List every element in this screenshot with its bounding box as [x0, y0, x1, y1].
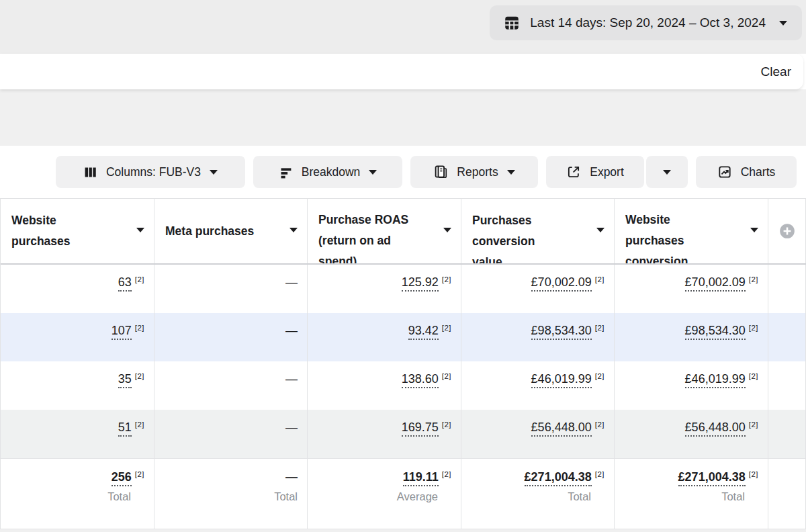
- filter-bar: Clear: [0, 54, 803, 89]
- chevron-down-icon: [750, 228, 758, 232]
- footnote-marker: [2]: [595, 420, 604, 429]
- charts-button-label: Charts: [741, 165, 776, 179]
- footnote-marker: [2]: [749, 324, 758, 332]
- toolbar: Columns: FUB-V3 Breakdown Reports: [0, 146, 806, 198]
- clear-button[interactable]: Clear: [761, 64, 791, 79]
- footnote-marker: [2]: [442, 420, 451, 429]
- plus-circle-icon: [778, 222, 796, 240]
- table-header-row: Website purchases Meta purchases Purchas…: [1, 199, 806, 265]
- charts-icon: [717, 165, 732, 179]
- footnote-marker: [2]: [749, 275, 758, 283]
- export-dropdown-button[interactable]: [646, 156, 688, 188]
- total-cell-purchase-roas: 119.11[2] Average: [308, 459, 461, 529]
- cell-empty: [768, 361, 806, 410]
- footnote-marker: [2]: [442, 275, 451, 283]
- footnote-marker: [2]: [595, 324, 604, 332]
- breakdown-button-label: Breakdown: [302, 165, 361, 179]
- breakdown-button[interactable]: Breakdown: [253, 156, 402, 188]
- totals-row: 256[2] Total — Total 119.11[2] Average £…: [1, 458, 806, 529]
- columns-icon: [83, 165, 97, 179]
- footnote-marker: [2]: [749, 372, 758, 380]
- cell-website-purchases-conversion-value[interactable]: £98,534.30[2]: [615, 313, 768, 361]
- chevron-down-icon: [779, 21, 787, 26]
- cell-purchase-roas[interactable]: 125.92[2]: [308, 265, 461, 313]
- total-label: Total: [620, 490, 745, 503]
- date-range-label: Last 14 days: Sep 20, 2024 – Oct 3, 2024: [530, 15, 766, 30]
- column-header-label: Website purchases: [11, 210, 107, 252]
- column-header-website-purchases-conversion-value[interactable]: Website purchases conversion value: [615, 199, 768, 263]
- footnote-marker: [2]: [442, 470, 451, 478]
- cell-website-purchases[interactable]: 35[2]: [1, 361, 154, 410]
- export-button-label: Export: [590, 165, 624, 179]
- total-label: Total: [160, 490, 298, 503]
- chevron-down-icon: [369, 170, 377, 175]
- export-icon: [566, 165, 581, 179]
- cell-purchases-conversion-value[interactable]: £46,019.99[2]: [461, 361, 615, 410]
- charts-button[interactable]: Charts: [696, 156, 797, 188]
- cell-website-purchases[interactable]: 51[2]: [1, 410, 154, 458]
- cell-website-purchases-conversion-value[interactable]: £56,448.00[2]: [615, 410, 768, 458]
- total-cell-website-purchases-conversion-value: £271,004.38[2] Total: [615, 459, 768, 529]
- table-footer: 256[2] Total — Total 119.11[2] Average £…: [1, 458, 806, 529]
- calendar-icon: [503, 14, 521, 32]
- footnote-marker: [2]: [135, 324, 144, 332]
- chevron-down-icon: [210, 170, 218, 175]
- footnote-marker: [2]: [595, 470, 604, 478]
- chevron-down-icon: [443, 228, 451, 232]
- chevron-down-icon: [663, 170, 671, 175]
- top-bar: Last 14 days: Sep 20, 2024 – Oct 3, 2024: [0, 0, 806, 54]
- column-header-meta-purchases[interactable]: Meta purchases: [154, 199, 308, 263]
- cell-meta-purchases: —: [154, 361, 308, 410]
- column-header-purchase-roas[interactable]: Purchase ROAS (return on ad spend): [308, 199, 461, 263]
- cell-empty: [768, 313, 806, 361]
- table-body: 63[2] — 125.92[2] £70,002.09[2] £70,002.…: [1, 265, 806, 458]
- chevron-down-icon: [596, 228, 604, 232]
- footnote-marker: [2]: [595, 275, 604, 283]
- footnote-marker: [2]: [135, 470, 144, 478]
- cell-purchase-roas[interactable]: 138.60[2]: [308, 361, 461, 410]
- total-cell-website-purchases: 256[2] Total: [1, 459, 154, 529]
- add-column-button[interactable]: [768, 199, 806, 263]
- column-header-label: Purchases conversion value: [472, 210, 568, 263]
- reports-icon: [433, 165, 448, 179]
- footnote-marker: [2]: [135, 420, 144, 429]
- chevron-down-icon: [136, 228, 144, 232]
- metrics-table: Website purchases Meta purchases Purchas…: [0, 198, 806, 529]
- column-header-purchases-conversion-value[interactable]: Purchases conversion value: [461, 199, 615, 263]
- column-header-label: Website purchases conversion value: [625, 210, 721, 263]
- cell-purchase-roas[interactable]: 93.42[2]: [308, 313, 461, 361]
- cell-website-purchases-conversion-value[interactable]: £70,002.09[2]: [615, 265, 768, 313]
- cell-website-purchases[interactable]: 107[2]: [1, 313, 154, 361]
- table-row: 107[2] — 93.42[2] £98,534.30[2] £98,534.…: [1, 313, 806, 361]
- average-label: Average: [313, 490, 438, 503]
- reports-button-label: Reports: [457, 165, 498, 179]
- footnote-marker: [2]: [442, 324, 451, 332]
- cell-purchases-conversion-value[interactable]: £70,002.09[2]: [461, 265, 615, 313]
- cell-purchases-conversion-value[interactable]: £56,448.00[2]: [461, 410, 615, 458]
- footnote-marker: [2]: [135, 275, 144, 283]
- cell-website-purchases-conversion-value[interactable]: £46,019.99[2]: [615, 361, 768, 410]
- cell-meta-purchases: —: [154, 410, 308, 458]
- footnote-marker: [2]: [442, 372, 451, 380]
- column-header-label: Purchase ROAS (return on ad spend): [318, 210, 414, 263]
- columns-button-label: Columns: FUB-V3: [106, 165, 201, 179]
- footnote-marker: [2]: [749, 470, 758, 478]
- cell-purchases-conversion-value[interactable]: £98,534.30[2]: [461, 313, 615, 361]
- table-row: 51[2] — 169.75[2] £56,448.00[2] £56,448.…: [1, 410, 806, 458]
- date-range-button[interactable]: Last 14 days: Sep 20, 2024 – Oct 3, 2024: [490, 5, 802, 40]
- columns-button[interactable]: Columns: FUB-V3: [56, 156, 245, 188]
- bottom-edge: [0, 529, 806, 532]
- cell-website-purchases[interactable]: 63[2]: [1, 265, 154, 313]
- export-button[interactable]: Export: [546, 156, 644, 188]
- cell-empty: [768, 265, 806, 313]
- column-header-label: Meta purchases: [165, 221, 261, 242]
- cell-purchase-roas[interactable]: 169.75[2]: [308, 410, 461, 458]
- footnote-marker: [2]: [595, 372, 604, 380]
- spacer-region: [0, 89, 806, 146]
- column-header-website-purchases[interactable]: Website purchases: [1, 199, 154, 263]
- cell-empty: [768, 459, 806, 529]
- chevron-down-icon: [507, 170, 515, 175]
- reports-button[interactable]: Reports: [410, 156, 538, 188]
- table-row: 63[2] — 125.92[2] £70,002.09[2] £70,002.…: [1, 265, 806, 313]
- total-cell-purchases-conversion-value: £271,004.38[2] Total: [461, 459, 615, 529]
